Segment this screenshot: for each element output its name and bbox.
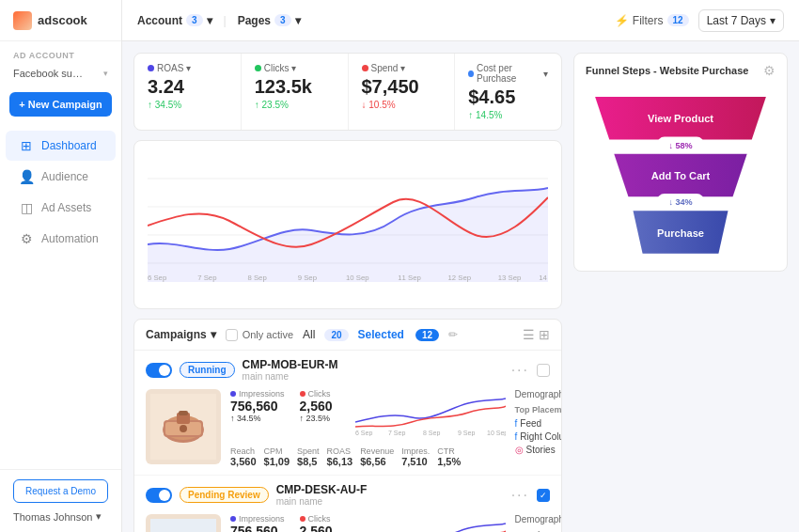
ad-account-selector[interactable]: Facebook supe... ▾ (0, 64, 121, 86)
sidebar-item-dashboard-label: Dashboard (41, 139, 97, 152)
ad-account-name: Facebook supe... (13, 68, 88, 79)
campaign-1-more-button[interactable]: ··· (511, 362, 529, 379)
clicks-value: 123.5k (255, 76, 335, 98)
campaign-1-checkbox[interactable] (537, 364, 550, 377)
campaign-1-chart-svg: 6 Sep 7 Sep 8 Sep 9 Sep 10 Sep (355, 389, 506, 436)
all-label: All (303, 328, 315, 341)
account-chevron-icon: ▾ (207, 14, 212, 27)
campaign-1-subname: main name (243, 371, 338, 382)
filters-button[interactable]: ⚡ Filters 12 (615, 14, 689, 27)
stat-spent: Spent $8,5 (297, 446, 320, 467)
svg-rect-20 (179, 411, 188, 415)
campaign-2-clicks: Clicks 2,560 23.5% (300, 514, 333, 532)
filter-icon: ⚡ (615, 14, 629, 27)
svg-text:12 Sep: 12 Sep (448, 274, 472, 282)
campaigns-section: Campaigns ▾ Only active All 20 Selected … (133, 319, 562, 532)
user-name: Thomas Johnson ▾ (13, 510, 108, 523)
funnel-card: Funnel Steps - Website Purchase ⚙ (573, 53, 788, 272)
clicks2-label: Clicks (300, 514, 333, 524)
campaign-2-toggle[interactable] (146, 488, 172, 503)
clicks-value: 2,560 (300, 399, 333, 414)
content-right: Funnel Steps - Website Purchase ⚙ (573, 41, 799, 532)
grid-view-icon[interactable]: ⊞ (539, 327, 550, 342)
svg-text:14 S: 14 S (539, 274, 548, 282)
svg-point-18 (180, 425, 187, 432)
sidebar-item-ad-assets[interactable]: ◫ Ad Assets (6, 193, 116, 223)
campaign-1-stats-bottom: Reach 3,560 CPM $1,09 Spent $8,5 (230, 446, 506, 467)
spend-chevron-icon: ▾ (400, 63, 405, 73)
date-range-button[interactable]: Last 7 Days ▾ (698, 9, 784, 32)
account-selector[interactable]: Account 3 ▾ (137, 14, 212, 27)
pages-selector[interactable]: Pages 3 ▾ (238, 14, 301, 27)
campaigns-dropdown[interactable]: Campaigns ▾ (146, 328, 216, 341)
only-active-filter[interactable]: Only active (226, 329, 293, 341)
funnel-title: Funnel Steps - Website Purchase (586, 65, 748, 76)
campaign-2-checkbox[interactable]: ✓ (537, 489, 550, 502)
funnel-settings-icon[interactable]: ⚙ (763, 63, 776, 78)
svg-text:8 Sep: 8 Sep (248, 274, 268, 282)
placements-header: Top Placements (515, 405, 562, 415)
stat-revenue: Revenue $6,56 (360, 446, 394, 467)
pages-label: Pages (238, 14, 271, 27)
clicks-change: 23.5% (300, 414, 333, 423)
stat-ctr: CTR 1,5% (437, 446, 461, 467)
filters-badge: 12 (667, 14, 689, 26)
impressions-dot (230, 391, 236, 397)
impressions2-label: Impressions (230, 514, 285, 524)
svg-text:10 Sep: 10 Sep (487, 430, 506, 436)
edit-icon[interactable]: ✏ (448, 328, 458, 341)
sidebar-item-automation-label: Automation (41, 232, 99, 245)
logo-icon (13, 11, 32, 30)
main-content: Account 3 ▾ | Pages 3 ▾ ⚡ Filters 12 Las… (122, 0, 799, 532)
roas-value: 3.24 (148, 76, 227, 98)
facebook-icon: f (515, 418, 518, 429)
svg-text:11 Sep: 11 Sep (398, 274, 421, 282)
ad-account-label: AD ACCOUNT (0, 41, 121, 64)
svg-text:6 Sep: 6 Sep (355, 430, 372, 436)
sidebar-item-dashboard[interactable]: ⊞ Dashboard (6, 131, 116, 161)
all-badge: 20 (324, 329, 348, 341)
campaign-1-stats: Impressions 756,560 34.5% Clicks (230, 389, 506, 467)
campaign-2-stats-top: Impressions 756,560 34.5% Clicks (230, 514, 506, 532)
campaigns-label: Campaigns (146, 328, 207, 341)
metrics-row: ROAS ▾ 3.24 34.5% Clicks ▾ 123.5k 23.5% (133, 53, 562, 131)
chevron-down-icon: ▾ (103, 69, 108, 78)
campaign-1-toggle[interactable] (146, 363, 172, 378)
clicks-dot (255, 65, 261, 71)
placement-stories: ◎ Stories 5% (515, 445, 562, 455)
clicks2-value: 2,560 (300, 524, 333, 532)
clicks2-dot (300, 516, 306, 522)
account-label: Account (137, 14, 182, 27)
funnel-step-2-label: Add To Cart (651, 170, 711, 181)
campaign-1-image (146, 389, 221, 464)
stat-roas: ROAS $6,13 (327, 446, 353, 467)
stat-impres: Impres. 7,510 (401, 446, 430, 467)
campaign-2-status: Pending Review (180, 487, 269, 503)
audience-icon: 👤 (19, 169, 34, 184)
funnel-badge-1-value: ↓ 58% (668, 141, 692, 150)
svg-text:10 Sep: 10 Sep (346, 274, 369, 282)
campaign-1-status: Running (180, 362, 235, 378)
campaign-2-image (146, 514, 221, 532)
sidebar-item-audience[interactable]: 👤 Audience (6, 162, 116, 192)
campaign-2-more-button[interactable]: ··· (511, 487, 529, 504)
roas-chevron-icon: ▾ (186, 63, 191, 73)
campaign-2-name: CMP-DESK-AU-F (276, 483, 368, 496)
campaign-row-1-header: Running CMP-MOB-EUR-M main name ··· (146, 358, 550, 382)
main-chart: 6 Sep 7 Sep 8 Sep 9 Sep 10 Sep 11 Sep 12… (133, 140, 562, 309)
placement-feed: f Feed 65% (515, 418, 562, 429)
campaign-row: Running CMP-MOB-EUR-M main name ··· (134, 351, 561, 476)
campaign-2-stats: Impressions 756,560 34.5% Clicks (230, 514, 506, 532)
sidebar-item-automation[interactable]: ⚙ Automation (6, 224, 116, 254)
topbar: Account 3 ▾ | Pages 3 ▾ ⚡ Filters 12 Las… (122, 0, 799, 41)
list-view-icon[interactable]: ☰ (523, 327, 535, 342)
metric-clicks-label: Clicks ▾ (255, 63, 335, 73)
impressions2-value: 756,560 (230, 524, 285, 532)
svg-rect-26 (150, 519, 216, 532)
campaign-1-clicks: Clicks 2,560 23.5% (300, 389, 333, 439)
new-campaign-button[interactable]: + New Campaign (9, 92, 112, 117)
request-demo-button[interactable]: Request a Demo (13, 479, 108, 503)
only-active-checkbox[interactable] (226, 329, 238, 341)
campaign-2-product-image (150, 519, 216, 532)
clicks-label: Clicks (300, 389, 333, 399)
